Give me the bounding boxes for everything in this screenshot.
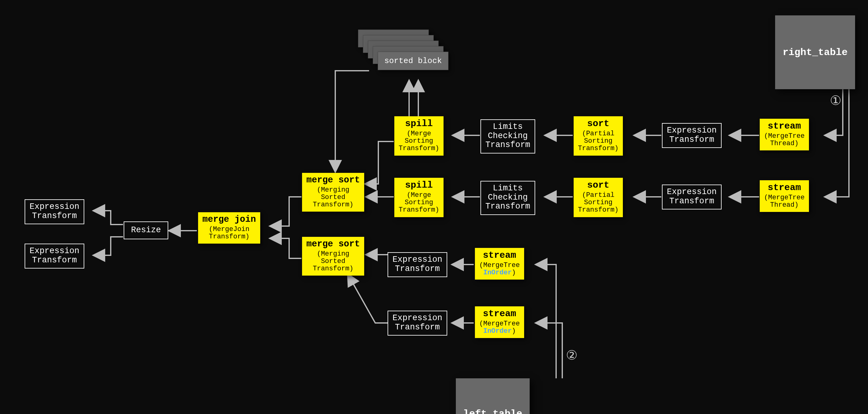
stream-inorder-sub: (MergeTree InOrder) <box>479 320 520 335</box>
spill-title: spill <box>399 180 439 190</box>
table-left: left_table <box>456 378 530 414</box>
expr-label: ExpressionTransform <box>667 126 717 144</box>
spill-sub: (MergeSortingTransform) <box>399 130 439 153</box>
spill-sub: (MergeSortingTransform) <box>399 192 439 214</box>
expr-right-2: ExpressionTransform <box>662 185 721 210</box>
stream-title: stream <box>764 121 805 131</box>
expr-label: ExpressionTransform <box>30 202 80 221</box>
merge-sort-left: merge sort (MergingSortedTransform) <box>302 237 364 276</box>
stream-right-2: stream (MergeTreeThread) <box>760 180 809 212</box>
expr-right-1: ExpressionTransform <box>662 123 721 148</box>
stream-sub: (MergeTreeThread) <box>764 194 805 209</box>
expr-left-2: ExpressionTransform <box>388 311 447 336</box>
limits-label: LimitsCheckingTransform <box>485 122 530 150</box>
marker-1: ① <box>830 93 841 109</box>
sort-title: sort <box>578 180 619 190</box>
expr-label: ExpressionTransform <box>393 314 442 332</box>
stream-inorder-sub: (MergeTree InOrder) <box>479 262 520 277</box>
merge-join-title: merge join <box>203 215 256 225</box>
merge-sort-sub: (MergingSortedTransform) <box>306 186 360 209</box>
sorted-block-card-1: sorted block <box>378 52 448 70</box>
merge-join: merge join (MergeJoinTransform) <box>198 212 260 244</box>
expr-label: ExpressionTransform <box>393 255 442 274</box>
stream-title: stream <box>479 250 520 260</box>
sorted-block-label: sorted block <box>384 56 442 65</box>
merge-join-sub: (MergeJoinTransform) <box>203 226 256 241</box>
resize-label: Resize <box>131 226 161 235</box>
table-right-label: right_table <box>782 47 847 58</box>
spill-2: spill (MergeSortingTransform) <box>394 178 443 217</box>
stream-title: stream <box>479 309 520 319</box>
merge-sort-title: merge sort <box>306 239 360 249</box>
diagram-canvas: right_table ① sorted block stream (Merge… <box>0 0 868 414</box>
limits-label: LimitsCheckingTransform <box>485 184 530 211</box>
sort-sub: (PartialSortingTransform) <box>578 192 619 214</box>
table-left-label: left_table <box>463 408 522 414</box>
stream-sub: (MergeTreeThread) <box>764 133 805 147</box>
sort-1: sort (PartialSortingTransform) <box>574 116 623 156</box>
expr-out-2: ExpressionTransform <box>25 244 84 268</box>
stream-left-2: stream (MergeTree InOrder) <box>475 306 524 338</box>
merge-sort-right: merge sort (MergingSortedTransform) <box>302 173 364 212</box>
sort-2: sort (PartialSortingTransform) <box>574 178 623 217</box>
expr-left-1: ExpressionTransform <box>388 252 447 277</box>
merge-sort-title: merge sort <box>306 175 360 185</box>
table-right: right_table <box>775 15 855 89</box>
limits-1: LimitsCheckingTransform <box>480 119 535 154</box>
spill-1: spill (MergeSortingTransform) <box>394 116 443 156</box>
sort-sub: (PartialSortingTransform) <box>578 130 619 153</box>
stream-left-1: stream (MergeTree InOrder) <box>475 248 524 280</box>
merge-sort-sub: (MergingSortedTransform) <box>306 250 360 273</box>
limits-2: LimitsCheckingTransform <box>480 181 535 215</box>
expr-label: ExpressionTransform <box>667 188 717 206</box>
marker-2: ② <box>566 348 578 363</box>
stream-right-1: stream (MergeTreeThread) <box>760 119 809 150</box>
expr-out-1: ExpressionTransform <box>25 199 84 224</box>
expr-label: ExpressionTransform <box>30 247 80 265</box>
resize: Resize <box>124 221 168 239</box>
stream-title: stream <box>764 183 805 193</box>
sort-title: sort <box>578 119 619 129</box>
spill-title: spill <box>399 119 439 129</box>
